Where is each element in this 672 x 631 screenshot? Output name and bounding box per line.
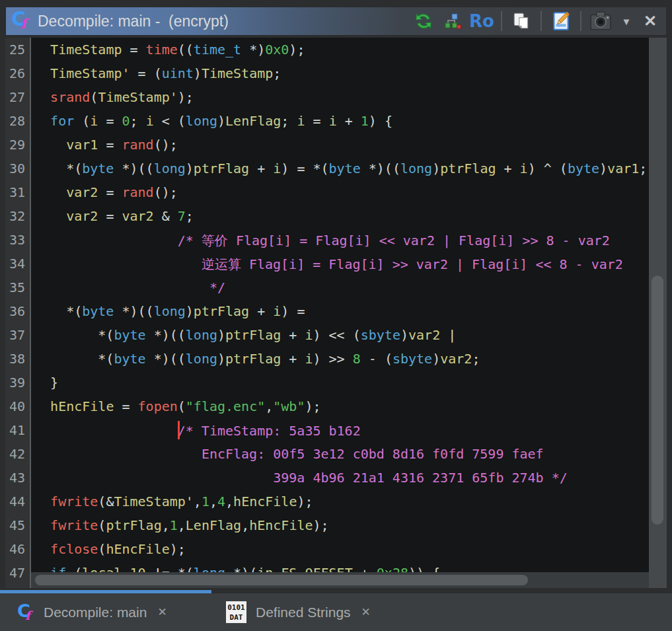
vertical-scrollbar[interactable]: [649, 38, 667, 588]
code-token: var2: [440, 351, 472, 367]
code-token: var1: [607, 161, 639, 176]
refresh-button[interactable]: [412, 9, 435, 33]
code-viewport[interactable]: TimeStamp = time((time_t *)0x0); TimeSta…: [31, 38, 649, 588]
code-line-45[interactable]: fwrite(ptrFlag,1,LenFlag,hEncFile);: [34, 517, 649, 541]
code-token: byte: [82, 161, 114, 176]
code-token: var1: [66, 137, 98, 153]
code-token: 8: [353, 351, 361, 367]
code-line-33[interactable]: /* 等价 Flag[i] = Flag[i] << var2 | Flag[i…: [34, 232, 649, 256]
code-token: 4: [217, 494, 225, 509]
code-token: ,: [265, 398, 273, 414]
code-line-28[interactable]: for (i = 0; i < (long)LenFlag; i = i + 1…: [34, 113, 649, 137]
code-token: 399a 4b96 21a1 4316 2371 65fb 274b */: [273, 470, 568, 486]
code-token: ;: [186, 208, 194, 224]
snapshot-button[interactable]: [589, 9, 612, 33]
code-token: =: [98, 137, 122, 153]
code-line-36[interactable]: *(byte *)((long)ptrFlag + i) =: [34, 303, 649, 327]
code-line-39[interactable]: }: [34, 375, 649, 398]
horizontal-scrollbar-thumb[interactable]: [35, 575, 528, 585]
code-token: ) >>: [313, 351, 353, 367]
code-line-38[interactable]: *(byte *)((long)ptrFlag + i) >> 8 - (sby…: [34, 351, 649, 375]
line-number: 43: [5, 470, 30, 494]
code-token: *(: [34, 351, 114, 367]
code-line-42[interactable]: EncFlag: 00f5 3e12 c0bd 8d16 f0fd 7599 f…: [34, 446, 649, 470]
code-line-31[interactable]: var2 = rand();: [34, 184, 649, 208]
tab-label: Decompile: main: [44, 605, 147, 620]
code-token: long: [154, 303, 186, 319]
graph-button[interactable]: [441, 9, 464, 33]
code-token: rand: [122, 137, 153, 153]
code-line-34[interactable]: 逆运算 Flag[i] = Flag[i] >> var2 | Flag[i] …: [34, 256, 649, 279]
function-graph-icon: [444, 13, 461, 30]
line-number: 42: [5, 446, 30, 470]
code-token: ();: [154, 137, 178, 153]
code-token: ptrFlag: [440, 161, 496, 176]
code-line-41[interactable]: /* TimeStamp: 5a35 b162: [34, 422, 649, 446]
code-line-30[interactable]: *(byte *)((long)ptrFlag + i) = *(byte *)…: [34, 161, 649, 184]
tab-close-icon[interactable]: ✕: [361, 605, 371, 619]
code-token: ): [432, 351, 440, 367]
code-line-35[interactable]: */: [34, 279, 649, 303]
code-token: "wb": [273, 398, 305, 414]
tab-defined-strings[interactable]: 0101 DAT Defined Strings ✕: [211, 593, 371, 631]
code-token: ,: [209, 494, 217, 509]
code-token: (: [98, 541, 106, 557]
code-token: i: [297, 113, 305, 129]
code-line-37[interactable]: *(byte *)((long)ptrFlag + i) << (sbyte)v…: [34, 327, 649, 351]
line-number: 31: [5, 184, 30, 208]
code-token: );: [178, 89, 194, 105]
code-token: ) {: [369, 113, 392, 129]
code-token: [34, 233, 178, 248]
code-line-27[interactable]: srand(TimeStamp');: [34, 89, 649, 113]
code-line-26[interactable]: TimeStamp' = (uint)TimeStamp;: [34, 65, 649, 89]
code-token: (: [90, 89, 98, 105]
code-token: var2: [66, 208, 98, 224]
code-token: (: [98, 517, 106, 533]
tab-decompile-main[interactable]: C f Decompile: main ✕: [0, 593, 211, 631]
decompile-panel: 2526272829303132333435363738394041424344…: [5, 38, 667, 588]
line-number: 25: [5, 42, 30, 65]
code-line-44[interactable]: fwrite(&TimeStamp',1,4,hEncFile);: [34, 494, 649, 517]
edit-button[interactable]: [550, 9, 572, 33]
code-line-46[interactable]: fclose(hEncFile);: [34, 541, 649, 565]
dropdown-button[interactable]: ▼: [618, 9, 634, 33]
code-token: ): [432, 161, 440, 176]
code-line-32[interactable]: var2 = var2 & 7;: [34, 208, 649, 232]
code-token: ): [400, 327, 408, 343]
rename-button[interactable]: Ro: [470, 9, 493, 33]
toolbar-separator: [501, 11, 502, 31]
code-token: sbyte: [392, 351, 432, 367]
code-line-25[interactable]: TimeStamp = time((time_t *)0x0);: [34, 42, 649, 65]
vertical-scrollbar-thumb[interactable]: [652, 276, 663, 525]
camera-icon: [589, 11, 612, 32]
code-token: i: [520, 161, 528, 176]
code-token: *(: [34, 327, 114, 343]
code-token: ) = *(: [281, 161, 328, 176]
line-number: 47: [5, 565, 30, 588]
code-token: i: [329, 113, 337, 129]
decompiler-icon: C f: [17, 602, 34, 623]
code-token: *)((: [146, 327, 186, 343]
code-line-29[interactable]: var1 = rand();: [34, 137, 649, 161]
line-number: 40: [5, 398, 30, 422]
code-token: - (: [361, 351, 392, 367]
edit-icon: [550, 11, 572, 32]
line-number: 41: [5, 422, 30, 446]
horizontal-scrollbar[interactable]: [31, 572, 649, 588]
code-token: ;: [273, 65, 281, 81]
code-line-40[interactable]: hEncFile = fopen("flag.enc","wb");: [34, 398, 649, 422]
toolbar: Ro: [412, 9, 666, 33]
code-token: TimeStamp: [202, 65, 273, 81]
copy-button[interactable]: [510, 9, 533, 33]
toolbar-separator: [541, 11, 542, 31]
line-number: 44: [5, 494, 30, 517]
code-line-43[interactable]: 399a 4b96 21a1 4316 2371 65fb 274b */: [34, 470, 649, 494]
close-button[interactable]: ✕: [641, 9, 659, 33]
code-token: byte: [114, 351, 145, 367]
line-number: 33: [5, 232, 30, 256]
code-token: +: [496, 161, 519, 176]
code-token: 0: [122, 113, 130, 129]
code-token: +: [281, 327, 305, 343]
code-token: ((: [178, 42, 194, 57]
tab-close-icon[interactable]: ✕: [157, 605, 167, 619]
